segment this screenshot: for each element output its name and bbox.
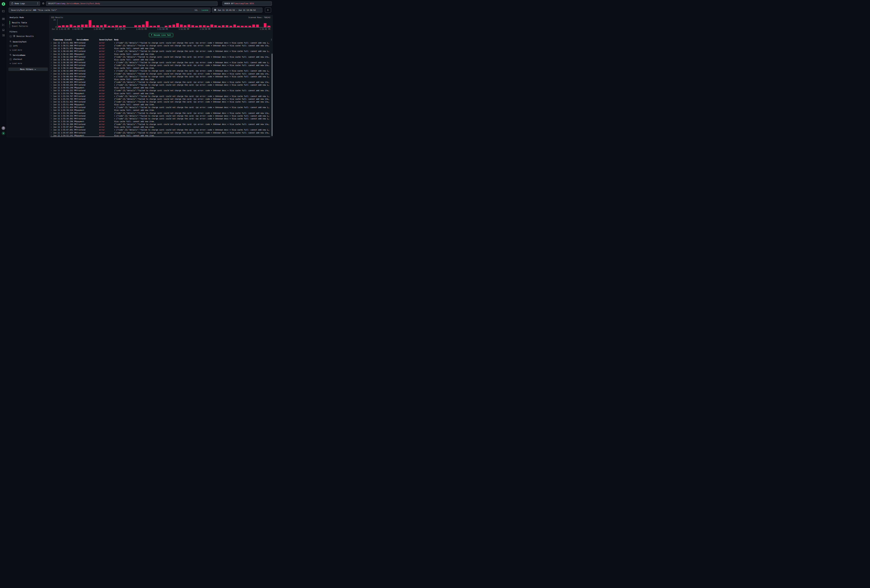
expand-row-chevron-icon[interactable] <box>51 59 53 60</box>
chart-bar[interactable] <box>58 26 61 27</box>
log-row[interactable]: Jun 11 1:55:07.827 PMpaymenterrorVisa ca… <box>51 126 273 128</box>
chart-bar[interactable] <box>165 26 167 27</box>
chart-bar[interactable] <box>249 26 251 27</box>
chart-bar[interactable] <box>237 26 240 27</box>
expand-row-chevron-icon[interactable] <box>51 84 53 86</box>
log-row[interactable]: Jun 11 1:56:03.248 PMpaymenterrorVisa ca… <box>51 86 273 89</box>
log-row[interactable]: Jun 11 1:56:03.254 PMfrontenderror×{"cod… <box>51 83 273 86</box>
log-row[interactable]: Jun 11 1:56:51.975 PMpaymenterrorVisa ca… <box>51 47 273 50</box>
filter-option-checkbox[interactable] <box>10 45 12 47</box>
chart-bar[interactable] <box>66 25 69 27</box>
expand-row-chevron-icon[interactable] <box>51 79 53 80</box>
table-options-kebab-icon[interactable]: ⋮ <box>270 39 273 41</box>
chart-bar[interactable] <box>96 25 99 27</box>
chart-bar[interactable] <box>199 25 202 27</box>
log-row[interactable]: Jun 11 1:55:59.767 PMfrontenderror×{"cod… <box>51 95 273 98</box>
chart-bar[interactable] <box>81 25 84 27</box>
search-input[interactable]: SeverityText:error AND "Visa cache full"… <box>9 7 210 12</box>
expand-row-chevron-icon[interactable] <box>51 135 53 136</box>
log-row[interactable]: Jun 11 1:56:51.980 PMfrontenderror{"code… <box>51 44 273 47</box>
settings-gear-icon[interactable]: ⚙ <box>42 2 45 5</box>
expand-row-chevron-icon[interactable] <box>51 48 53 49</box>
expand-row-chevron-icon[interactable] <box>51 109 53 111</box>
run-query-button[interactable] <box>265 7 271 12</box>
chart-bar[interactable] <box>168 25 171 27</box>
chart-bar[interactable] <box>207 26 209 27</box>
chart-bar[interactable] <box>229 26 232 27</box>
expand-row-chevron-icon[interactable] <box>51 67 53 69</box>
select-columns-input[interactable]: SELECT Timestamp, ServiceName, SeverityT… <box>46 1 218 6</box>
chart-bar[interactable] <box>264 23 267 27</box>
panel-left-icon[interactable] <box>2 10 5 13</box>
log-row[interactable]: Jun 11 1:56:38.534 PMpaymenterrorVisa ca… <box>51 58 273 61</box>
filter-group-title[interactable]: ServiceName <box>10 54 48 57</box>
expand-row-chevron-icon[interactable] <box>51 101 53 103</box>
chart-bar[interactable] <box>226 25 228 27</box>
log-row[interactable]: Jun 11 1:56:32.849 PMfrontenderror×{"cod… <box>51 69 273 72</box>
vertical-scrollbar[interactable] <box>272 54 273 136</box>
chart-bar[interactable] <box>142 25 145 27</box>
expand-row-chevron-icon[interactable] <box>51 107 53 108</box>
app-logo-icon[interactable] <box>1 2 6 6</box>
column-header-timestamp[interactable]: Timestamp (Local) <box>53 39 77 41</box>
chart-bar[interactable] <box>184 25 186 27</box>
expand-row-chevron-icon[interactable] <box>51 115 53 116</box>
chart-bar[interactable] <box>138 25 141 27</box>
expand-row-chevron-icon[interactable] <box>51 62 53 63</box>
log-row[interactable]: Jun 11 1:56:42.999 PMfrontenderror{"code… <box>51 55 273 58</box>
expand-row-chevron-icon[interactable] <box>51 45 53 46</box>
chart-bar[interactable] <box>210 25 213 27</box>
log-row[interactable]: Jun 11 1:56:51.982 PMfrontenderror×{"cod… <box>51 42 273 44</box>
chart-bar[interactable] <box>195 26 198 27</box>
chart-bar[interactable] <box>233 25 236 27</box>
chart-bar[interactable] <box>123 25 125 27</box>
more-filters-button[interactable]: More filters <box>8 67 48 71</box>
chart-bar[interactable] <box>134 25 137 27</box>
chart-bar[interactable] <box>89 20 91 27</box>
log-row[interactable]: Jun 11 1:55:39.324 PMpaymenterrorVisa ca… <box>51 109 273 112</box>
expand-row-chevron-icon[interactable] <box>51 90 53 91</box>
chart-bar[interactable] <box>62 25 64 27</box>
chart-bar[interactable] <box>191 25 194 27</box>
expand-row-chevron-icon[interactable] <box>51 104 53 106</box>
expand-row-chevron-icon[interactable] <box>51 42 53 44</box>
chart-bar[interactable] <box>203 25 206 27</box>
log-row[interactable]: Jun 11 1:55:07.841 PMfrontenderror×{"cod… <box>51 128 273 131</box>
resume-live-tail-button[interactable]: Resume Live Tail <box>149 33 173 37</box>
load-more-button[interactable]: Load more <box>10 49 48 51</box>
column-header-severitytext[interactable]: SeverityText <box>99 39 114 41</box>
log-row[interactable]: Jun 11 1:55:51.452 PMfrontenderror{"code… <box>51 100 273 103</box>
chart-bar[interactable] <box>73 26 76 27</box>
expand-row-chevron-icon[interactable] <box>51 87 53 89</box>
log-row[interactable]: Jun 11 1:56:43.001 PMfrontenderror×{"cod… <box>51 50 273 52</box>
expand-row-chevron-icon[interactable] <box>51 126 53 128</box>
expand-row-chevron-icon[interactable] <box>51 121 53 122</box>
log-row[interactable]: Jun 11 1:56:03.252 PMfrontenderror{"code… <box>51 89 273 92</box>
expand-row-chevron-icon[interactable] <box>51 112 53 114</box>
lucene-mode-toggle[interactable]: Lucene <box>202 9 208 11</box>
log-search-icon[interactable] <box>2 17 5 20</box>
expand-row-chevron-icon[interactable] <box>51 76 53 77</box>
log-row[interactable]: Jun 11 1:55:07.835 PMfrontenderror{"code… <box>51 131 273 134</box>
log-row[interactable]: Jun 11 1:55:51.448 PMpaymenterrorVisa ca… <box>51 103 273 106</box>
column-header-servicename[interactable]: ServiceName <box>77 39 99 41</box>
expand-row-chevron-icon[interactable] <box>51 129 53 131</box>
chart-bar[interactable] <box>267 26 270 27</box>
chart-bar[interactable] <box>252 25 255 27</box>
chart-bar[interactable] <box>188 25 190 27</box>
chart-bar[interactable] <box>173 25 175 27</box>
expand-row-chevron-icon[interactable] <box>51 73 53 74</box>
dashboards-icon[interactable] <box>2 34 5 37</box>
denoise-checkbox[interactable] <box>10 35 12 37</box>
analysis-tab-event-patterns[interactable]: Event Patterns <box>10 24 48 28</box>
expand-row-chevron-icon[interactable] <box>51 118 53 119</box>
chart-bar[interactable] <box>119 26 122 27</box>
log-row[interactable]: Jun 11 1:55:59.760 PMpaymenterrorVisa ca… <box>51 92 273 95</box>
log-row[interactable]: Jun 11 1:56:38.542 PMfrontenderror×{"cod… <box>51 61 273 64</box>
chart-bar[interactable] <box>70 25 72 27</box>
chart-bar[interactable] <box>222 25 225 27</box>
chart-bar[interactable] <box>153 26 156 27</box>
log-row[interactable]: Jun 11 1:55:16.300 PMfrontenderror{"code… <box>51 123 273 126</box>
chart-bar[interactable] <box>104 25 106 27</box>
log-row[interactable]: Jun 11 1:56:38.540 PMfrontenderror{"code… <box>51 64 273 67</box>
